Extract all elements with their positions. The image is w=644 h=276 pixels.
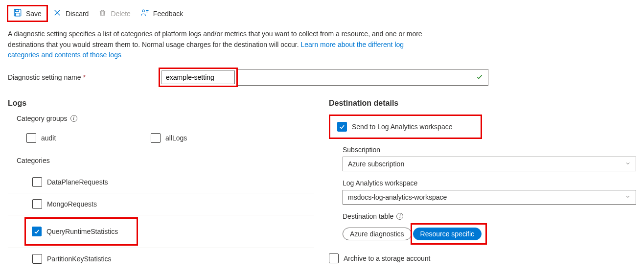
category-queryruntimestats-row: QueryRuntimeStatistics [8, 215, 314, 248]
label-queryruntimestats: QueryRuntimeStatistics [46, 228, 118, 235]
category-partitionkeystats: PartitionKeyStatistics [8, 248, 314, 270]
svg-rect-2 [16, 13, 20, 16]
category-list: DataPlaneRequests MongoRequests QueryRun… [8, 171, 314, 270]
valid-check-icon [476, 73, 483, 82]
setting-name-input[interactable] [161, 70, 235, 84]
checkbox-queryruntimestats[interactable] [32, 227, 42, 236]
label-audit: audit [41, 134, 56, 142]
chevron-down-icon [625, 193, 631, 201]
categories-heading: Categories [17, 157, 314, 164]
dest-table-field: Destination table i Azure diagnostics Re… [343, 212, 636, 245]
label-dataplanerequests: DataPlaneRequests [47, 178, 108, 186]
feedback-button[interactable]: Feedback [136, 6, 188, 21]
checkbox-archive[interactable] [329, 253, 339, 263]
delete-button: Delete [93, 7, 135, 21]
discard-button[interactable]: Discard [48, 6, 93, 21]
toolbar: Save Discard Delete Feedback [0, 0, 644, 29]
close-icon [53, 8, 62, 19]
category-groups-heading: Category groups i [17, 115, 314, 122]
category-groups-row: audit allLogs [8, 129, 314, 147]
pill-group: Azure diagnostics Resource specific [343, 223, 487, 245]
label-send-law: Send to Log Analytics workspace [352, 123, 452, 131]
workspace-select[interactable]: msdocs-log-analytics-workspace [343, 190, 636, 205]
pill-resource-specific-highlight: Resource specific [411, 223, 487, 245]
trash-icon [98, 9, 107, 19]
feedback-icon [140, 8, 149, 19]
checkbox-dataplanerequests[interactable] [32, 177, 42, 187]
workspace-value: msdocs-log-analytics-workspace [348, 193, 447, 201]
delete-label: Delete [111, 10, 130, 18]
category-mongorequests: MongoRequests [8, 193, 314, 215]
logs-heading: Logs [8, 99, 314, 108]
pill-azure-diagnostics[interactable]: Azure diagnostics [343, 228, 412, 240]
dest-table-label-text: Destination table [343, 212, 393, 220]
checkbox-mongorequests[interactable] [32, 199, 42, 209]
category-groups-label: Category groups [17, 115, 68, 122]
checkbox-send-law[interactable] [337, 122, 347, 132]
destination-column: Destination details Send to Log Analytic… [329, 96, 636, 270]
save-icon [13, 8, 22, 19]
name-input-valid-box [238, 69, 488, 86]
label-mongorequests: MongoRequests [47, 200, 97, 208]
required-asterisk: * [83, 73, 85, 81]
svg-rect-1 [16, 9, 19, 12]
name-input-highlight [159, 68, 238, 87]
checkbox-row-audit: audit [26, 129, 149, 147]
checkbox-audit[interactable] [26, 133, 36, 143]
category-dataplanerequests: DataPlaneRequests [8, 171, 314, 193]
info-icon[interactable]: i [70, 115, 77, 122]
send-law-highlight: Send to Log Analytics workspace [329, 115, 482, 139]
name-label-text: Diagnostic setting name [8, 73, 81, 81]
subscription-field: Subscription Azure subscription [343, 146, 636, 171]
columns: Logs Category groups i audit allLogs Cat… [0, 91, 644, 270]
workspace-field: Log Analytics workspace msdocs-log-analy… [343, 179, 636, 205]
pill-resource-specific[interactable]: Resource specific [413, 228, 482, 240]
dest-table-label: Destination table i [343, 212, 636, 220]
description-text: A diagnostic setting specifies a list of… [0, 29, 440, 61]
name-label: Diagnostic setting name* [8, 73, 155, 81]
chevron-down-icon [625, 160, 631, 168]
feedback-label: Feedback [153, 10, 183, 18]
discard-label: Discard [66, 10, 89, 18]
info-icon[interactable]: i [396, 213, 403, 220]
checkbox-partitionkeystats[interactable] [32, 254, 42, 264]
label-archive: Archive to a storage account [344, 254, 430, 262]
name-input-tail [238, 69, 488, 86]
checkbox-alllogs[interactable] [151, 133, 161, 143]
label-alllogs: allLogs [165, 134, 187, 142]
save-label: Save [26, 10, 42, 18]
category-queryruntimestats-highlight: QueryRuntimeStatistics [24, 217, 138, 246]
subscription-select[interactable]: Azure subscription [343, 157, 636, 171]
subscription-label: Subscription [343, 146, 636, 154]
archive-row: Archive to a storage account [329, 253, 636, 263]
label-partitionkeystats: PartitionKeyStatistics [47, 255, 112, 263]
destination-heading: Destination details [329, 99, 636, 108]
workspace-label: Log Analytics workspace [343, 179, 636, 187]
svg-point-7 [142, 10, 145, 12]
subscription-value: Azure subscription [348, 160, 404, 168]
save-button[interactable]: Save [7, 5, 48, 22]
logs-column: Logs Category groups i audit allLogs Cat… [8, 96, 314, 270]
checkbox-row-alllogs: allLogs [151, 129, 273, 147]
name-row: Diagnostic setting name* [0, 61, 644, 91]
